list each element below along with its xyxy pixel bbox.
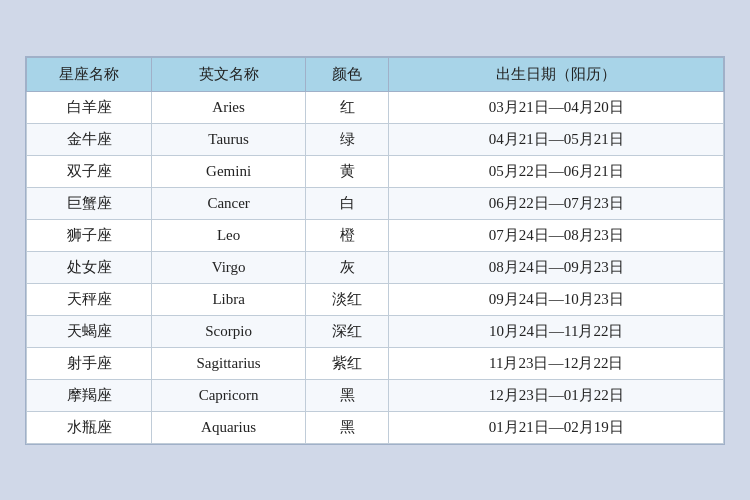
cell-chinese-name: 天秤座 [27,283,152,315]
header-date: 出生日期（阳历） [389,57,724,91]
cell-date: 01月21日—02月19日 [389,411,724,443]
table-row: 处女座Virgo灰08月24日—09月23日 [27,251,724,283]
cell-english-name: Capricorn [152,379,305,411]
cell-english-name: Aries [152,91,305,123]
table-row: 射手座Sagittarius紫红11月23日—12月22日 [27,347,724,379]
cell-date: 08月24日—09月23日 [389,251,724,283]
cell-color: 黄 [305,155,389,187]
cell-color: 橙 [305,219,389,251]
cell-english-name: Libra [152,283,305,315]
cell-chinese-name: 巨蟹座 [27,187,152,219]
cell-english-name: Taurus [152,123,305,155]
table-header-row: 星座名称 英文名称 颜色 出生日期（阳历） [27,57,724,91]
header-english-name: 英文名称 [152,57,305,91]
cell-chinese-name: 双子座 [27,155,152,187]
cell-english-name: Gemini [152,155,305,187]
cell-chinese-name: 白羊座 [27,91,152,123]
cell-color: 紫红 [305,347,389,379]
table-body: 白羊座Aries红03月21日—04月20日金牛座Taurus绿04月21日—0… [27,91,724,443]
cell-color: 黑 [305,379,389,411]
cell-date: 09月24日—10月23日 [389,283,724,315]
cell-date: 05月22日—06月21日 [389,155,724,187]
cell-color: 灰 [305,251,389,283]
cell-date: 07月24日—08月23日 [389,219,724,251]
cell-date: 04月21日—05月21日 [389,123,724,155]
table-row: 摩羯座Capricorn黑12月23日—01月22日 [27,379,724,411]
cell-english-name: Aquarius [152,411,305,443]
table-row: 双子座Gemini黄05月22日—06月21日 [27,155,724,187]
cell-date: 03月21日—04月20日 [389,91,724,123]
table-row: 巨蟹座Cancer白06月22日—07月23日 [27,187,724,219]
table-row: 金牛座Taurus绿04月21日—05月21日 [27,123,724,155]
cell-date: 06月22日—07月23日 [389,187,724,219]
cell-chinese-name: 金牛座 [27,123,152,155]
cell-chinese-name: 摩羯座 [27,379,152,411]
cell-english-name: Virgo [152,251,305,283]
cell-english-name: Scorpio [152,315,305,347]
cell-chinese-name: 射手座 [27,347,152,379]
header-chinese-name: 星座名称 [27,57,152,91]
cell-color: 红 [305,91,389,123]
table-row: 狮子座Leo橙07月24日—08月23日 [27,219,724,251]
cell-color: 黑 [305,411,389,443]
cell-color: 绿 [305,123,389,155]
table-row: 天蝎座Scorpio深红10月24日—11月22日 [27,315,724,347]
table-row: 水瓶座Aquarius黑01月21日—02月19日 [27,411,724,443]
cell-chinese-name: 水瓶座 [27,411,152,443]
cell-chinese-name: 狮子座 [27,219,152,251]
cell-english-name: Leo [152,219,305,251]
cell-color: 深红 [305,315,389,347]
cell-date: 11月23日—12月22日 [389,347,724,379]
cell-english-name: Cancer [152,187,305,219]
table-row: 白羊座Aries红03月21日—04月20日 [27,91,724,123]
zodiac-table: 星座名称 英文名称 颜色 出生日期（阳历） 白羊座Aries红03月21日—04… [26,57,724,444]
cell-color: 淡红 [305,283,389,315]
zodiac-table-wrapper: 星座名称 英文名称 颜色 出生日期（阳历） 白羊座Aries红03月21日—04… [25,56,725,445]
cell-date: 12月23日—01月22日 [389,379,724,411]
cell-english-name: Sagittarius [152,347,305,379]
cell-color: 白 [305,187,389,219]
cell-chinese-name: 处女座 [27,251,152,283]
cell-date: 10月24日—11月22日 [389,315,724,347]
table-row: 天秤座Libra淡红09月24日—10月23日 [27,283,724,315]
cell-chinese-name: 天蝎座 [27,315,152,347]
header-color: 颜色 [305,57,389,91]
